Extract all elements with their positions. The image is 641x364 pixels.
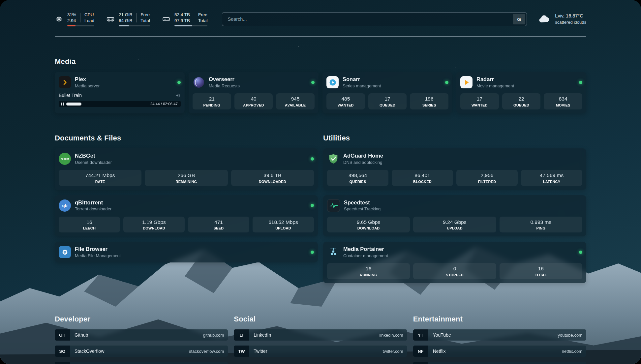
- stat-label: RUNNING: [328, 273, 409, 277]
- filebrowser-icon: [59, 246, 71, 258]
- service-title: NZBGet: [75, 152, 112, 159]
- search-input[interactable]: [222, 12, 527, 26]
- disk-widget: 52.4 TB 97.9 TB Free Total: [162, 12, 208, 26]
- stat-label: APPROVED: [236, 103, 272, 107]
- disk-label-line1: Free: [198, 12, 208, 18]
- bookmark-dev[interactable]: DT DEV dev.to: [55, 362, 228, 364]
- stat-value: 498,564: [328, 172, 387, 179]
- service-card-speedtest[interactable]: Speedtest Speedtest Tracking 9.65 Gbps D…: [323, 195, 586, 237]
- stat-label: SERIES: [411, 103, 447, 107]
- memory-icon: [106, 15, 115, 23]
- radarr-icon: [460, 76, 473, 88]
- memory-free: 21 GiB: [119, 12, 132, 18]
- stat-remaining: 266 GB REMAINING: [145, 170, 228, 186]
- bookmark-reddit[interactable]: RE Reddit reddit.com: [413, 362, 586, 364]
- stat-label: QUEUED: [370, 103, 406, 107]
- cpu-label-line2: Load: [84, 18, 94, 24]
- stat-label: UPLOAD: [254, 226, 313, 230]
- nzbget-icon-text: nzbget: [61, 157, 69, 160]
- stat-wanted: 485 WANTED: [326, 93, 365, 109]
- stat-value: 39.6 TB: [232, 172, 313, 179]
- section-title-entertainment: Entertainment: [413, 315, 586, 323]
- stat-latency: 47.569 ms LATENCY: [521, 170, 582, 186]
- search-bar: G: [222, 12, 527, 26]
- stat-label: DOWNLOADED: [232, 180, 313, 184]
- stat-value: 40: [236, 96, 272, 102]
- bookmark-url: stackoverflow.com: [189, 349, 228, 354]
- stat-value: 16: [60, 219, 119, 226]
- status-online-dot: [311, 251, 314, 254]
- service-card-sonarr[interactable]: Sonarr Series management 485 WANTED 17 Q…: [322, 72, 452, 113]
- dashboard-screen: 31% 2.94 CPU Load: [0, 0, 641, 364]
- card-header: Sonarr Series management: [326, 76, 448, 89]
- service-subtitle: Media server: [75, 83, 100, 89]
- disk-readout: 52.4 TB 97.9 TB Free Total: [174, 12, 208, 26]
- status-online-dot: [311, 81, 315, 84]
- card-header: File Browser Media File Management: [59, 246, 314, 258]
- plex-icon: [59, 76, 71, 88]
- service-card-qbittorrent[interactable]: qb qBittorrent Torrent downloader 16: [55, 195, 318, 236]
- playback-progress-fill: [66, 103, 81, 106]
- cpu-usage-bar: [67, 25, 94, 26]
- netflix-icon: NF: [413, 346, 428, 357]
- stat-label: MOVIES: [545, 103, 581, 107]
- playback-time: 24:44 / 02:06:47: [150, 102, 178, 106]
- card-header: Plex Media server: [59, 76, 181, 89]
- memory-widget: 21 GiB 64 GiB Free Total: [106, 12, 150, 26]
- service-card-radarr[interactable]: Radarr Movie management 17 WANTED 22 QUE…: [456, 72, 586, 113]
- stat-download: 9.65 Gbps DOWNLOAD: [327, 217, 410, 233]
- playback-progress-bar[interactable]: 24:44 / 02:06:47: [59, 101, 181, 107]
- stat-value: 16: [501, 266, 581, 272]
- bookmark-stackoverflow[interactable]: SO StackOverflow stackoverflow.com: [55, 346, 228, 357]
- card-header: Media Portainer Container management: [327, 246, 582, 258]
- service-card-adguard[interactable]: AdGuard Home DNS and adblocking 498,564 …: [323, 148, 586, 190]
- bookmark-netflix[interactable]: NF Netflix netflix.com: [413, 346, 586, 357]
- cpu-readout: 31% 2.94 CPU Load: [67, 12, 94, 26]
- search-engine-button[interactable]: G: [513, 14, 525, 24]
- stat-label: WANTED: [328, 103, 364, 107]
- bookmark-twitter[interactable]: TW Twitter twitter.com: [234, 346, 407, 357]
- service-card-plex[interactable]: Plex Media server Bullet Train: [55, 72, 185, 113]
- stat-value: 485: [328, 96, 364, 102]
- bookmark-github[interactable]: GH Github github.com: [55, 329, 228, 341]
- now-playing-row: Bullet Train: [59, 93, 181, 98]
- section-title-social: Social: [234, 315, 407, 323]
- service-card-filebrowser[interactable]: File Browser Media File Management: [55, 242, 318, 262]
- speedtest-icon: [327, 199, 340, 212]
- bookmark-name: Netflix: [428, 349, 446, 354]
- service-card-portainer[interactable]: Media Portainer Container management 16 …: [323, 242, 586, 283]
- qbittorrent-icon-text: qb: [62, 203, 68, 208]
- stat-label: LATENCY: [522, 180, 581, 184]
- status-online-dot: [445, 81, 448, 84]
- stat-value: 618.52 Mbps: [254, 219, 313, 226]
- settings-gear-icon[interactable]: [176, 93, 181, 98]
- card-header: Speedtest Speedtest Tracking: [327, 199, 582, 212]
- service-title: Sonarr: [343, 76, 381, 83]
- stat-label: PING: [501, 226, 581, 230]
- memory-total: 64 GiB: [119, 18, 132, 24]
- bookmark-url: twitter.com: [383, 349, 407, 354]
- service-card-overseerr[interactable]: Overseerr Media Requests 21 PENDING 40 A…: [189, 72, 319, 113]
- youtube-icon: YT: [413, 329, 428, 341]
- memory-label-line1: Free: [140, 12, 150, 18]
- stat-label: DOWNLOAD: [125, 226, 183, 230]
- service-subtitle: Container management: [343, 253, 388, 258]
- service-title: Plex: [75, 76, 100, 83]
- section-title-developer: Developer: [55, 315, 228, 323]
- service-subtitle: DNS and adblocking: [343, 160, 383, 165]
- now-playing-title: Bullet Train: [59, 93, 82, 98]
- stat-approved: 40 APPROVED: [234, 93, 273, 109]
- section-title-utilities: Utilities: [323, 134, 586, 142]
- stat-upload: 618.52 Mbps UPLOAD: [253, 217, 314, 233]
- stat-value: 9.65 Gbps: [328, 219, 409, 226]
- service-card-nzbget[interactable]: nzbget NZBGet Usenet downloader 744.21 M…: [55, 148, 318, 190]
- bookmark-youtube[interactable]: YT YouTube youtube.com: [413, 329, 586, 341]
- bookmark-name: YouTube: [428, 332, 451, 338]
- twitter-icon: TW: [234, 346, 249, 357]
- stat-label: WANTED: [462, 103, 498, 107]
- bookmark-url: github.com: [203, 333, 228, 338]
- pause-icon[interactable]: [61, 103, 64, 106]
- bookmark-linkedin[interactable]: LI LinkedIn linkedin.com: [234, 329, 407, 341]
- stat-value: 86,401: [393, 172, 452, 179]
- stat-value: 0.993 ms: [501, 219, 581, 226]
